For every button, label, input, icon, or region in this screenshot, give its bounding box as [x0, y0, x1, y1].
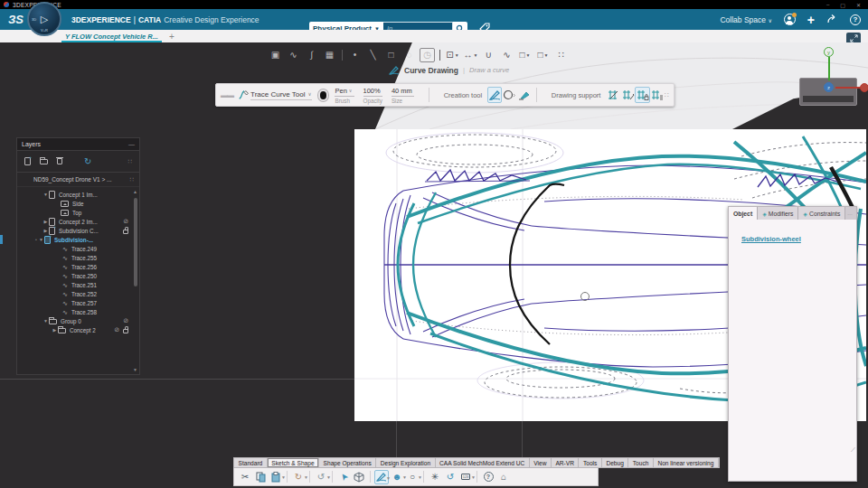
delete-layer-icon[interactable] — [57, 158, 62, 164]
sketch-edit-tool-icon[interactable]: ∫ — [304, 48, 319, 62]
layer-row-concept2-im[interactable]: ▶ Concept 2 Im... ⊘ — [17, 217, 139, 226]
tab-object[interactable]: Object — [729, 207, 758, 220]
tab-sketch-shape[interactable]: Sketch & Shape — [268, 458, 319, 467]
layer-row-trace[interactable]: ∿ Trace.252 — [17, 289, 139, 298]
minimize-button[interactable]: – — [826, 2, 829, 8]
circle-tool-icon[interactable]: ○▼ — [405, 470, 420, 484]
help-icon[interactable]: ? — [850, 14, 861, 25]
sync-layers-icon[interactable]: ↻ — [84, 156, 91, 166]
tab-design-exploration[interactable]: Design Exploration — [376, 458, 435, 467]
scroll-up-icon[interactable]: ▲ — [133, 189, 137, 194]
creation-pen-tool-icon[interactable] — [487, 87, 502, 103]
creation-circle-tool-icon[interactable] — [502, 87, 516, 103]
rectangle-tool-icon[interactable]: □ — [383, 48, 399, 62]
curve-drawing-icon[interactable]: ▼ — [374, 470, 389, 484]
tab-tools[interactable]: Tools — [579, 458, 601, 467]
hidden-eye-icon[interactable]: ⊘ — [123, 218, 128, 225]
layer-row-trace[interactable]: ∿ Trace.258 — [17, 307, 139, 316]
axis-star-icon[interactable]: ✳ — [428, 470, 442, 484]
toolbar-more-handle[interactable]: ∷ — [665, 91, 669, 99]
layer-row-trace[interactable]: ∿ Trace.251 — [17, 280, 139, 289]
collapse-arrow-icon[interactable]: ▼ — [38, 237, 44, 242]
action-bar-handle-icon[interactable]: ∷ — [553, 48, 569, 62]
expand-arrow-icon[interactable]: ▶ — [42, 219, 49, 224]
help-circle-icon[interactable]: ? — [481, 470, 495, 484]
layer-row-concept2[interactable]: ▶ Concept 2 ⊘ — [17, 325, 139, 334]
hidden-eye-icon[interactable]: ⊘ — [123, 317, 128, 324]
tab-constraints[interactable]: ◈ Constraints — [798, 207, 845, 220]
cube-view-icon[interactable] — [352, 470, 366, 484]
breadcrumb[interactable]: ND59_Concept Drone V1 > ... — [33, 176, 112, 183]
layer-row-side[interactable]: Side — [17, 199, 139, 208]
cube-snap-tool-icon[interactable]: □▼ — [535, 48, 551, 62]
cube-view-tool-icon[interactable]: □▼ — [517, 48, 533, 62]
redo-icon[interactable]: ↻▼ — [291, 470, 306, 484]
tab-view[interactable]: View — [530, 458, 552, 467]
trace-history-tool-icon[interactable]: ◷ — [420, 48, 435, 62]
layer-row-trace[interactable]: ∿ Trace.256 — [17, 262, 139, 271]
brush-type-field[interactable]: Pen∨ Brush — [335, 87, 354, 104]
layers-scrollbar[interactable]: ▲ ▼ — [134, 191, 137, 371]
measure-robot-icon[interactable]: 123▼ — [458, 470, 473, 484]
layer-row-subdivision-selected[interactable]: • ▼ Subdivision-... — [17, 235, 139, 244]
brush-color-swatch[interactable] — [318, 89, 329, 101]
expand-arrow-icon[interactable]: ▶ — [52, 327, 58, 333]
layer-row-trace[interactable]: ∿ Trace.257 — [17, 298, 139, 307]
update-icon[interactable]: ↺▼ — [314, 470, 328, 484]
breadcrumb-handle-icon[interactable]: ∷ — [130, 176, 134, 183]
image-frame-tool-icon[interactable]: ▣ — [268, 48, 283, 62]
robot-x-axis-icon[interactable] — [860, 83, 868, 92]
selection-box-tool-icon[interactable]: ⊡▼ — [445, 48, 460, 62]
lock-icon[interactable] — [123, 329, 128, 333]
tab-modifiers[interactable]: ◈ Modifiers — [758, 207, 798, 220]
scrollbar-thumb[interactable] — [134, 198, 137, 286]
cut-icon[interactable]: ✂ — [238, 470, 252, 484]
layer-row-trace[interactable]: ∿ Trace.250 — [17, 271, 139, 280]
layer-row-top[interactable]: Top — [17, 208, 139, 217]
support-plane-pen-icon[interactable] — [606, 87, 620, 103]
tab-touch[interactable]: Touch — [628, 458, 654, 467]
copy-icon[interactable] — [253, 470, 268, 484]
panel-more-icon[interactable]: … — [847, 207, 856, 220]
sketch-grid-tool-icon[interactable]: ▦ — [322, 48, 337, 62]
layer-row-subdivision-c[interactable]: ▶ Subdivision C... — [17, 226, 139, 235]
size-field[interactable]: 40 mm Size — [392, 87, 414, 104]
sketch-curve-tool-icon[interactable]: ∿ — [286, 48, 301, 62]
tab-ar-vr[interactable]: AR-VR — [552, 458, 580, 467]
tab-shape-operations[interactable]: Shape Operations — [319, 458, 376, 467]
layers-toolbar-handle-icon[interactable]: ∷ — [128, 158, 132, 165]
scroll-down-icon[interactable]: ▼ — [133, 367, 137, 372]
select-cursor-icon[interactable]: ➤ — [334, 466, 354, 486]
point-tool-icon[interactable]: • — [347, 48, 363, 62]
u-curve-tool-icon[interactable]: ∪ — [481, 48, 496, 62]
hidden-eye-icon[interactable]: ⊘ — [114, 326, 119, 333]
collab-space-dropdown[interactable]: Collab Space ∨ — [720, 15, 771, 24]
robot-z-axis-icon[interactable]: z — [824, 82, 834, 92]
toolbar-drag-handle[interactable]: ▬▬ — [221, 91, 233, 99]
3d-compass[interactable]: ▷ 3D V+R — [27, 2, 61, 36]
user-profile-icon[interactable] — [784, 14, 796, 25]
paste-icon[interactable]: ▼ — [269, 470, 283, 484]
tab-non-linear-versioning[interactable]: Non linear versioning — [654, 458, 719, 467]
new-tab-button[interactable]: + — [169, 32, 175, 42]
robot-y-axis-icon[interactable]: y — [824, 47, 834, 57]
panel-minimize-icon[interactable]: — — [128, 141, 135, 147]
tab-standard[interactable]: Standard — [234, 458, 268, 467]
panel-resize-grip[interactable]: ⟋ — [851, 446, 855, 454]
collapse-arrow-icon[interactable]: ▼ — [42, 318, 49, 324]
layer-row-group0[interactable]: ▼ Group 0 ⊘ — [17, 316, 139, 325]
support-plane-edit-icon[interactable] — [620, 87, 635, 103]
curve-fit-tool-icon[interactable]: ∿ — [499, 48, 514, 62]
layer-row-trace[interactable]: ∿ Trace.249 — [17, 244, 139, 253]
collapse-arrow-icon[interactable]: ▼ — [42, 192, 49, 197]
tab-caa-solid-mechmod[interactable]: CAA Solid MechMod Extend UC — [436, 458, 530, 467]
add-content-button[interactable]: + — [807, 14, 815, 26]
support-plane-list-icon[interactable] — [650, 87, 665, 103]
layer-row-trace[interactable]: ∿ Trace.255 — [17, 253, 139, 262]
close-button[interactable]: ✕ — [856, 2, 861, 8]
home-icon[interactable]: ⌂ — [496, 470, 511, 484]
lock-icon[interactable] — [123, 230, 128, 234]
transform-tool-icon[interactable]: ↔▼ — [463, 48, 478, 62]
layer-row-concept1[interactable]: ▼ Concept 1 Im... — [17, 190, 139, 199]
expand-arrow-icon[interactable]: ▶ — [42, 228, 49, 233]
